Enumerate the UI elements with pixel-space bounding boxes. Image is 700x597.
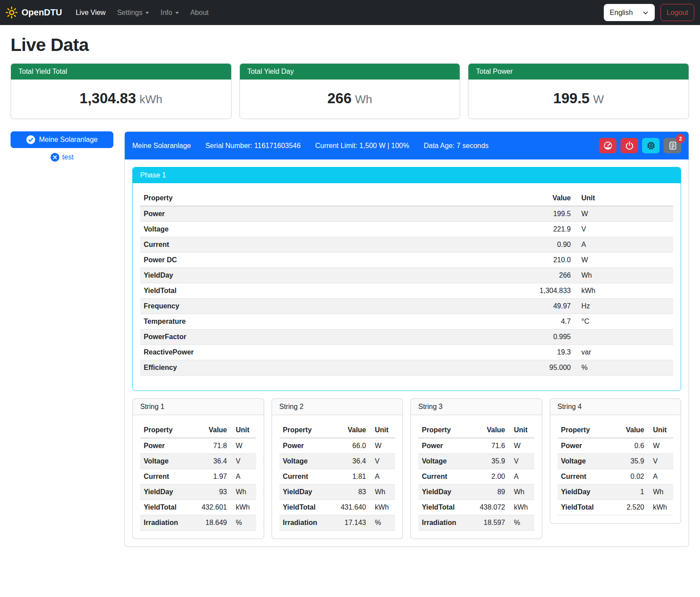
table-row: YieldDay93Wh [140,485,256,500]
table-row: PowerFactor0.995 [140,329,673,345]
power-button[interactable] [620,138,638,153]
table-row: YieldTotal431.640kWh [279,500,395,515]
table-row: YieldTotal438.072kWh [418,500,534,515]
table-row: Voltage35.9V [418,454,534,469]
logout-button[interactable]: Logout [660,4,694,21]
total-yield-total-value: 1,304.83 [80,90,136,106]
column-property: Property [140,191,522,206]
column-value: Value [606,423,648,438]
card-total-power: Total Power 199.5W [468,63,689,119]
column-property: Property [279,423,328,438]
card-body: 266Wh [240,80,460,119]
inverter-select-label: Meine Solaranlage [39,136,98,144]
table-row: YieldTotal1,304.833kWh [140,283,673,299]
table-row: Current2.00A [418,469,534,485]
column-property: Property [418,423,467,438]
chevron-down-icon [642,10,649,16]
string-3-table: Property Value Unit Power71.6W Voltage35… [418,423,534,531]
inverter-card: Meine Solaranlage Serial Number: 1161716… [124,131,689,547]
column-unit: Unit [648,423,673,438]
card-body: 199.5W [468,80,689,119]
table-header-row: Property Value Unit [558,423,674,438]
string-3-card: String 3 Property Value Unit [410,398,542,539]
check-circle-icon [26,135,35,144]
string-2-header: String 2 [272,399,403,415]
string-1-table: Property Value Unit Power71.8W Voltage36… [140,423,256,531]
inverter-data-age: Data Age: 7 seconds [424,142,489,150]
nav-item-about[interactable]: About [185,5,214,20]
table-row: YieldDay83Wh [279,485,395,500]
table-row: YieldDay89Wh [418,485,534,500]
card-header: Total Yield Day [240,64,460,80]
table-row: Voltage221.9V [140,222,673,237]
sun-icon [6,7,18,18]
inverter-test-label: test [62,153,74,161]
language-select[interactable]: English [604,4,655,21]
column-property: Property [140,423,189,438]
table-row: Voltage36.4V [140,454,256,469]
card-total-yield-day: Total Yield Day 266Wh [239,63,461,119]
power-icon [625,141,634,150]
table-row: YieldDay1Wh [558,485,674,500]
nav-item-settings[interactable]: Settings [111,5,155,20]
column-unit: Unit [509,423,534,438]
column-value: Value [189,423,231,438]
table-row: YieldTotal2.520kWh [558,500,674,515]
table-row: Power71.8W [140,438,256,454]
event-count-badge: 2 [676,134,685,143]
x-circle-icon [51,153,59,162]
nav-item-live-view[interactable]: Live View [70,5,111,20]
inverter-select-button-test[interactable]: test [51,153,74,162]
limit-settings-button[interactable] [599,138,617,153]
table-row: YieldDay266Wh [140,268,673,283]
table-row: Current0.02A [558,469,674,485]
column-unit: Unit [370,423,395,438]
restart-button[interactable] [642,138,660,153]
table-header-row: Property Value Unit [279,423,395,438]
table-row: Current0.90A [140,237,673,253]
column-property: Property [558,423,606,438]
total-yield-total-unit: kWh [140,93,163,106]
table-header-row: Property Value Unit [140,423,256,438]
string-1-card: String 1 Property Value Unit [132,398,264,539]
summary-cards-row: Total Yield Total 1,304.83kWh Total Yiel… [11,63,689,119]
table-row: Voltage35.9V [558,454,674,469]
total-power-unit: W [593,93,604,106]
phase-1-card: Phase 1 Property Value Unit [132,167,681,391]
table-row: Efficiency95.000% [140,360,673,376]
navbar: OpenDTU Live View Settings Info About En… [0,0,700,25]
column-unit: Unit [574,191,673,206]
string-2-table: Property Value Unit Power66.0W Voltage36… [279,423,395,531]
speedometer-icon [603,141,613,150]
total-yield-day-unit: Wh [355,93,372,106]
string-4-card: String 4 Property Value Unit [550,398,682,524]
event-log-button[interactable]: 2 [664,138,681,153]
chevron-down-icon [145,12,149,14]
table-row: Irradiation18.597% [418,515,534,531]
table-header-row: Property Value Unit [418,423,534,438]
string-4-header: String 4 [550,399,681,415]
table-row: Power0.6W [558,438,674,454]
table-row: Irradiation17.143% [279,515,395,531]
table-row: Temperature4.7°C [140,314,673,329]
inverter-selector-sidebar: Meine Solaranlage test [11,131,113,162]
column-unit: Unit [231,423,256,438]
table-row: Current1.81A [279,469,395,485]
brand-link[interactable]: OpenDTU [6,7,62,18]
cpu-icon [646,141,656,150]
table-row: Power66.0W [279,438,395,454]
phase-1-table: Property Value Unit Power199.5W Voltage2… [140,191,673,376]
string-1-header: String 1 [133,399,264,415]
nav-item-info[interactable]: Info [155,5,185,20]
inverter-action-buttons: 2 [599,138,681,153]
column-value: Value [328,423,370,438]
card-body: 1,304.83kWh [11,80,231,119]
inverter-select-button-active[interactable]: Meine Solaranlage [11,131,113,148]
string-2-card: String 2 Property Value Unit [272,398,403,539]
card-header: Total Power [468,64,689,80]
column-value: Value [522,191,574,206]
string-3-header: String 3 [411,399,542,415]
chevron-down-icon [175,12,179,14]
event-log-icon [668,141,677,150]
table-row: Current1.97A [140,469,256,485]
